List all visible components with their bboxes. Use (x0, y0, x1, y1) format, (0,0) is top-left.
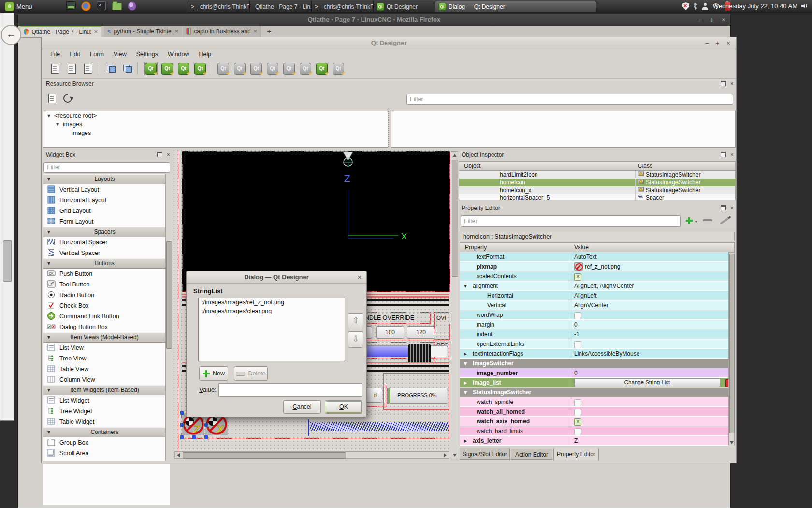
widget-item-push-button[interactable]: OKPush Button (44, 269, 166, 279)
menu-file[interactable]: File (45, 49, 65, 60)
layout-vertically-button[interactable]: Qt (233, 62, 246, 75)
widget-item-tool-button[interactable]: Tool Button (44, 279, 166, 290)
property-row-margin[interactable]: margin0 (460, 320, 734, 329)
shield-icon[interactable] (682, 2, 689, 10)
string-list-item-1[interactable]: :/images/images/ref_z_not.png (199, 298, 345, 307)
tab-action-editor[interactable]: Action Editor (511, 449, 552, 460)
property-value[interactable]: LinksAccessibleByMouse (574, 349, 639, 358)
menu-window[interactable]: Window (163, 49, 194, 60)
widget-item-table-widget[interactable]: Table Widget (44, 417, 166, 427)
firefox-tab-2[interactable]: <python - Simple Tkinter Toggl× (104, 26, 182, 37)
expander-icon[interactable]: ▸ (464, 378, 467, 387)
object-column-header[interactable]: Object (464, 163, 481, 169)
expander-icon[interactable]: ▾ (47, 111, 54, 120)
widget-item-form-layout[interactable]: Form Layout (44, 216, 166, 227)
property-value[interactable]: 0 (574, 320, 578, 329)
widget-item-group-box[interactable]: Group Box (44, 437, 166, 448)
property-row-image_number[interactable]: image_number0 (460, 368, 734, 378)
widget-item-dialog-button-box[interactable]: Dialog Button Box (44, 322, 166, 332)
close-dock-icon[interactable]: × (730, 81, 734, 86)
new-button[interactable]: New (199, 366, 228, 381)
tab-signal-slot-editor[interactable]: Signal/Slot Editor (460, 448, 510, 460)
scrollbar-thumb[interactable] (3, 240, 12, 282)
close-dock-icon[interactable]: × (730, 152, 734, 157)
minimize-icon[interactable]: − (705, 37, 709, 49)
section-collapse-icon[interactable]: ▾ (47, 175, 50, 183)
widget-box-section-item-views-model-based-[interactable]: ▾Item Views (Model-Based) (44, 332, 166, 343)
string-list-item-2[interactable]: :/images/images/clear.png (199, 307, 345, 315)
layout-grid-button[interactable]: Qt (299, 62, 312, 75)
splitter-handle[interactable] (388, 111, 390, 147)
widget-box-section-containers[interactable]: ▾Containers (44, 427, 166, 437)
launcher-terminal-icon[interactable]: >_ (97, 1, 107, 11)
close-dock-icon[interactable]: × (730, 206, 734, 210)
property-row-textFormat[interactable]: textFormatAutoText (460, 252, 734, 262)
resource-tree-item[interactable]: ▾<resource root> (44, 111, 388, 120)
menu-view[interactable]: View (109, 49, 131, 60)
widget-item-scroll-area[interactable]: Scroll Area (44, 448, 166, 459)
expander-icon[interactable]: ▸ (464, 349, 467, 358)
mint-menu-button[interactable]: Menu (1, 1, 36, 12)
menu-help[interactable]: Help (194, 49, 216, 60)
float-dock-icon[interactable] (721, 81, 726, 86)
property-row-watch_axis_homed[interactable]: watch_axis_homed× (460, 417, 734, 426)
scroll-up-icon[interactable] (453, 154, 457, 157)
ok-button[interactable]: OK (325, 400, 362, 414)
tile-windows-button[interactable] (121, 62, 134, 75)
float-dock-icon[interactable] (157, 152, 162, 157)
break-layout-button[interactable]: Qt (315, 62, 329, 75)
taskbar-window-1[interactable]: >_chris@chris-ThinkPa... (188, 1, 254, 12)
widget-item-check-box[interactable]: Check Box (44, 300, 166, 311)
object-row-horizontalSpacer_5[interactable]: horizontalSpacer_5Spacer (459, 194, 735, 200)
property-checkbox[interactable]: × (574, 341, 581, 348)
object-row-homeIcon[interactable]: homeIconStatusImageSwitcher (459, 179, 735, 186)
widget-box-scrollbar[interactable] (165, 174, 173, 460)
resource-tree[interactable]: ▾<resource root>▾imagesimages (43, 111, 388, 148)
object-row-hardLimit2Icon[interactable]: hardLimit2IconStatusImageSwitcher (459, 171, 735, 179)
close-icon[interactable]: × (722, 14, 725, 26)
widget-item-command-link-button[interactable]: Command Link Button (44, 311, 166, 322)
delete-button[interactable]: Delete (234, 366, 268, 381)
property-row-openExternalLinks[interactable]: openExternalLinks× (460, 339, 734, 349)
property-editor-scrollbar[interactable] (728, 252, 735, 446)
menu-settings[interactable]: Settings (131, 49, 163, 60)
selection-handle[interactable] (192, 435, 196, 439)
widget-item-list-view[interactable]: List View (44, 343, 166, 353)
property-row-Vertical[interactable]: VerticalAlignVCenter (460, 300, 734, 310)
widget-item-grid-layout[interactable]: Grid Layout (44, 206, 166, 216)
section-collapse-icon[interactable]: ▾ (47, 333, 50, 342)
move-up-button[interactable]: ⇧ (348, 313, 363, 329)
edit-resources-button[interactable] (46, 92, 58, 104)
selected-line-widget[interactable] (310, 422, 449, 431)
property-value[interactable]: ref_z_not.png (585, 262, 620, 271)
property-row-watch_all_homed[interactable]: watch_all_homed× (460, 407, 734, 417)
save-form-button[interactable] (81, 62, 95, 75)
expander-icon[interactable]: ▾ (464, 388, 467, 397)
taskbar-window-2[interactable]: Qtlathe - Page 7 - Lin... (249, 1, 316, 12)
property-value[interactable]: AlignVCenter (574, 300, 609, 310)
widget-item-radio-button[interactable]: Radio Button (44, 290, 166, 300)
tab-close-icon[interactable]: × (174, 28, 178, 35)
resource-tree-item[interactable]: images (44, 129, 388, 137)
scroll-down-icon[interactable] (453, 454, 457, 457)
value-input[interactable] (218, 383, 362, 397)
property-value[interactable]: AutoText (574, 252, 597, 261)
firefox-tab-3[interactable]: capto in Business and Indust× (183, 26, 261, 37)
tab-close-icon[interactable]: × (94, 28, 98, 35)
property-checkbox[interactable]: × (574, 273, 581, 281)
widget-box-section-spacers[interactable]: ▾Spacers (44, 227, 166, 237)
property-row-indent[interactable]: indent-1 (460, 329, 734, 339)
widget-item-table-view[interactable]: Table View (44, 364, 166, 374)
new-form-button[interactable] (48, 62, 62, 75)
widget-item-horizontal-spacer[interactable]: Horizontal Spacer (44, 237, 166, 248)
slider-handle[interactable] (408, 344, 431, 363)
scroll-down-icon[interactable] (730, 441, 734, 444)
selection-handle[interactable] (204, 423, 208, 427)
widget-box-list[interactable]: ▾LayoutsVertical LayoutHorizontal Layout… (43, 174, 166, 461)
expander-icon[interactable]: ▾ (464, 281, 467, 290)
widget-box-section-layouts[interactable]: ▾Layouts (44, 174, 166, 184)
launcher-pidgin-icon[interactable] (128, 1, 138, 11)
property-value[interactable]: AlignLeft, AlignVCenter (574, 281, 634, 290)
new-tab-button[interactable]: + (264, 27, 275, 36)
property-row-watch_spindle[interactable]: watch_spindle× (460, 397, 734, 407)
